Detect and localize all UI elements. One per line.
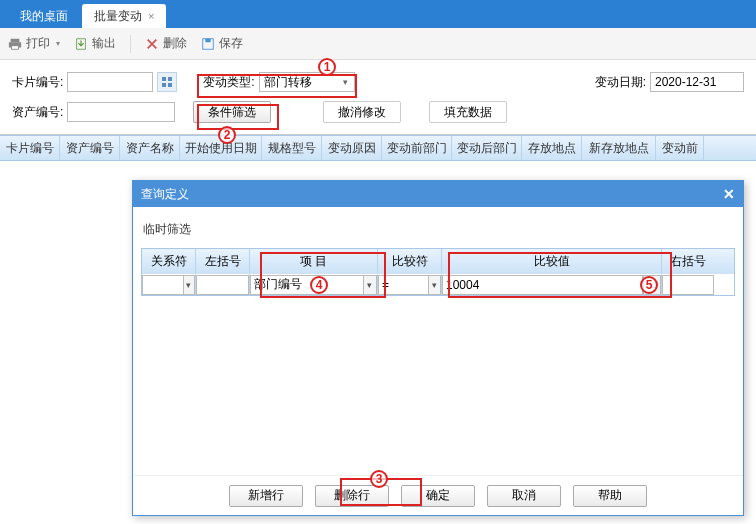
close-icon[interactable]: ✕ (723, 186, 735, 202)
print-label: 打印 (26, 35, 50, 52)
dialog-buttons: 新增行 删除行 确定 取消 帮助 (133, 475, 743, 515)
annotation-number-4: 4 (310, 276, 328, 294)
query-definition-dialog: 查询定义 ✕ 临时筛选 关系符 左括号 项 目 比较符 比较值 右括号 ▾ ▾ … (132, 180, 744, 516)
col-asset-no[interactable]: 资产编号 (60, 136, 120, 160)
delete-button[interactable]: 删除 (145, 35, 187, 52)
dialog-body: 临时筛选 关系符 左括号 项 目 比较符 比较值 右括号 ▾ ▾ ▾ … (133, 207, 743, 475)
undo-button[interactable]: 撤消修改 (323, 101, 401, 123)
dialog-subtitle: 临时筛选 (143, 221, 735, 238)
svg-rect-2 (12, 45, 19, 49)
col-spec[interactable]: 规格型号 (262, 136, 322, 160)
change-date-label: 变动日期: (595, 74, 646, 91)
svg-rect-7 (162, 83, 166, 87)
col-rparen: 右括号 (662, 249, 714, 273)
chevron-down-icon: ▾ (338, 77, 354, 87)
change-type-dropdown[interactable]: ▾ (259, 72, 355, 92)
relation-input[interactable] (142, 275, 183, 295)
svg-rect-4 (205, 38, 210, 42)
change-type-label: 变动类型: (203, 74, 254, 91)
tab-batch-change-label: 批量变动 (94, 4, 142, 28)
grid-header: 卡片编号 资产编号 资产名称 开始使用日期 规格型号 变动原因 变动前部门 变动… (0, 135, 756, 161)
filter-area: 卡片编号: 变动类型: ▾ 变动日期: 资产编号: 条件筛选 撤消修改 填充数据 (0, 60, 756, 135)
item-input[interactable] (250, 275, 363, 295)
col-lparen: 左括号 (196, 249, 250, 273)
lparen-input[interactable] (196, 275, 249, 295)
svg-rect-0 (11, 38, 20, 42)
save-button[interactable]: 保存 (201, 35, 243, 52)
export-label: 输出 (92, 35, 116, 52)
asset-no-input[interactable] (67, 102, 175, 122)
tab-desktop[interactable]: 我的桌面 (8, 4, 80, 28)
value-input[interactable] (442, 275, 643, 295)
compare-input[interactable] (378, 275, 428, 295)
delete-icon (145, 37, 159, 51)
toolbar: 打印 ▾ 输出 删除 保存 (0, 28, 756, 60)
close-icon[interactable]: × (148, 4, 154, 28)
asset-no-label: 资产编号: (12, 104, 63, 121)
annotation-number-3: 3 (370, 470, 388, 488)
filter-condition-button[interactable]: 条件筛选 (193, 101, 271, 123)
save-label: 保存 (219, 35, 243, 52)
col-new-location[interactable]: 新存放地点 (582, 136, 656, 160)
save-icon (201, 37, 215, 51)
card-no-input[interactable] (67, 72, 153, 92)
ok-button[interactable]: 确定 (401, 485, 475, 507)
filter-grid-header: 关系符 左括号 项 目 比较符 比较值 右括号 (142, 249, 734, 273)
annotation-number-2: 2 (218, 126, 236, 144)
col-dept-after[interactable]: 变动后部门 (452, 136, 522, 160)
chevron-down-icon[interactable]: ▾ (183, 275, 195, 295)
cancel-button[interactable]: 取消 (487, 485, 561, 507)
separator (130, 35, 131, 53)
col-location[interactable]: 存放地点 (522, 136, 582, 160)
export-button[interactable]: 输出 (74, 35, 116, 52)
col-dept-before[interactable]: 变动前部门 (382, 136, 452, 160)
top-tabs: 我的桌面 批量变动 × (0, 0, 756, 28)
export-icon (74, 37, 88, 51)
chevron-down-icon: ▾ (56, 39, 60, 48)
delete-label: 删除 (163, 35, 187, 52)
card-no-ref-button[interactable] (157, 72, 177, 92)
help-button[interactable]: 帮助 (573, 485, 647, 507)
col-reason[interactable]: 变动原因 (322, 136, 382, 160)
annotation-number-1: 1 (318, 58, 336, 76)
col-item: 项 目 (250, 249, 378, 273)
col-value: 比较值 (442, 249, 662, 273)
printer-icon (8, 37, 22, 51)
svg-rect-6 (168, 77, 172, 81)
col-relation: 关系符 (142, 249, 196, 273)
chevron-down-icon[interactable]: ▾ (363, 275, 377, 295)
col-compare: 比较符 (378, 249, 442, 273)
col-asset-name[interactable]: 资产名称 (120, 136, 180, 160)
fill-data-button[interactable]: 填充数据 (429, 101, 507, 123)
col-card-no[interactable]: 卡片编号 (0, 136, 60, 160)
grid-icon (161, 76, 173, 88)
col-change-before[interactable]: 变动前 (656, 136, 704, 160)
dialog-title: 查询定义 (141, 186, 189, 203)
annotation-number-5: 5 (640, 276, 658, 294)
tab-batch-change[interactable]: 批量变动 × (82, 4, 166, 28)
add-row-button[interactable]: 新增行 (229, 485, 303, 507)
card-no-label: 卡片编号: (12, 74, 63, 91)
print-button[interactable]: 打印 ▾ (8, 35, 60, 52)
svg-rect-5 (162, 77, 166, 81)
change-date-input[interactable] (650, 72, 744, 92)
dialog-titlebar[interactable]: 查询定义 ✕ (133, 181, 743, 207)
rparen-input[interactable] (662, 275, 714, 295)
chevron-down-icon[interactable]: ▾ (428, 275, 441, 295)
svg-rect-8 (168, 83, 172, 87)
